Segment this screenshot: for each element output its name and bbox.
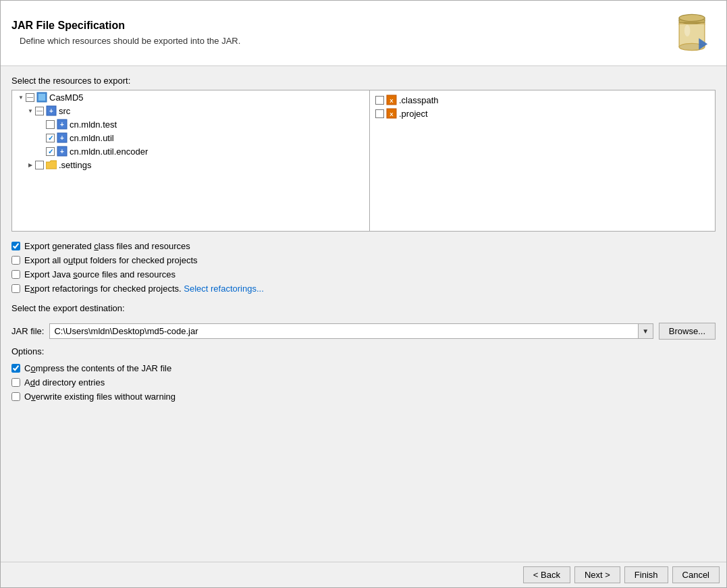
package-icon-util: + [57,132,68,143]
tree-item-cn-mldn-util[interactable]: + cn.mldn.util [12,131,369,144]
resources-section-label: Select the resources to export: [11,76,716,86]
select-refactorings-link[interactable]: Select refactorings... [184,284,264,294]
svg-point-6 [684,25,691,36]
dialog-content: Select the resources to export: [1,66,726,562]
tree-label-cn-mldn-util: cn.mldn.util [70,133,114,143]
tree-arrow-src[interactable] [26,106,35,115]
right-checkbox-project[interactable] [375,109,384,118]
svg-rect-9 [38,94,45,101]
next-button[interactable]: Next > [574,566,620,583]
options-section: Options: Compress the contents of the JA… [11,346,716,404]
tree-label-cn-mldn-util-encoder: cn.mldn.util.encoder [70,146,148,157]
tree-label-cn-mldn-test: cn.mldn.test [70,119,117,130]
compress-row[interactable]: Compress the contents of the JAR file [11,363,716,373]
browse-button[interactable]: Browse... [659,323,716,340]
compress-label: Compress the contents of the JAR file [24,363,171,373]
export-refactor-row[interactable]: Export refactorings for checked projects… [11,284,716,294]
export-refactor-checkbox[interactable] [11,284,20,293]
package-icon-src: + [46,105,57,116]
package-icon-encoder: + [57,146,68,157]
resource-panel: CasMD5 + src [11,90,716,232]
dialog-title: JAR File Specification [11,20,240,32]
right-panel: X .classpath X .project [370,90,715,231]
cancel-button[interactable]: Cancel [672,566,720,583]
tree-checkbox-cn-mldn-test[interactable] [46,120,55,129]
export-options: Export generated class files and resourc… [11,238,716,296]
svg-text:+: + [60,148,64,155]
export-output-row[interactable]: Export all output folders for checked pr… [11,255,716,265]
dialog-header: JAR File Specification Define which reso… [1,1,726,66]
finish-button[interactable]: Finish [624,566,668,583]
export-output-checkbox[interactable] [11,256,20,265]
export-java-checkbox[interactable] [11,270,20,279]
tree-arrow-settings[interactable] [26,160,35,169]
tree-checkbox-cn-mldn-util[interactable] [46,134,55,142]
destination-row: JAR file: ▼ Browse... [11,323,716,340]
tree-item-cn-mldn-util-encoder[interactable]: + cn.mldn.util.encoder [12,144,369,158]
tree-checkbox-casmd5[interactable] [26,93,34,102]
add-dir-checkbox[interactable] [11,378,20,387]
export-output-label: Export all output folders for checked pr… [24,255,198,265]
right-checkbox-classpath[interactable] [375,96,384,105]
right-item-classpath[interactable]: X .classpath [373,93,712,107]
tree-arrow-casmd5[interactable] [16,92,26,102]
tree-item-cn-mldn-test[interactable]: + cn.mldn.test [12,117,369,131]
tree-label-casmd5: CasMD5 [49,92,84,103]
jar-icon [668,9,716,56]
tree-checkbox-cn-mldn-util-encoder[interactable] [46,147,55,156]
jar-file-input-wrap: ▼ [49,323,653,339]
tree-panel: CasMD5 + src [12,90,370,231]
svg-text:X: X [389,98,394,104]
export-class-checkbox[interactable] [11,242,20,250]
destination-section: Select the export destination: JAR file:… [11,303,716,340]
export-class-row[interactable]: Export generated class files and resourc… [11,241,716,251]
export-java-row[interactable]: Export Java source files and resources [11,269,716,279]
svg-point-5 [679,14,705,21]
folder-icon-settings [46,159,57,170]
overwrite-row[interactable]: Overwrite existing files without warning [11,392,716,402]
right-item-project[interactable]: X .project [373,107,712,120]
export-java-label: Export Java source files and resources [24,269,176,279]
svg-text:X: X [389,111,394,117]
options-label: Options: [11,346,716,356]
package-icon-test: + [57,119,68,130]
svg-text:+: + [49,107,53,115]
tree-arrow-empty3 [36,146,46,156]
jar-file-input[interactable] [50,324,637,338]
export-class-label: Export generated class files and resourc… [24,241,190,251]
tree-arrow-empty [36,119,46,129]
overwrite-label: Overwrite existing files without warning [24,392,176,402]
svg-text:+: + [60,134,64,142]
add-dir-label: Add directory entries [24,377,105,387]
right-label-classpath: .classpath [399,95,439,105]
resources-section: Select the resources to export: [11,76,716,232]
tree-arrow-empty2 [36,133,46,142]
compress-checkbox[interactable] [11,364,20,373]
jar-file-specification-dialog: JAR File Specification Define which reso… [0,0,727,588]
tree-scroll[interactable]: CasMD5 + src [12,90,369,231]
tree-item-settings[interactable]: .settings [12,158,369,171]
tree-label-settings: .settings [59,160,91,170]
project-icon [36,92,47,103]
options-checkboxes: Compress the contents of the JAR file Ad… [11,360,716,404]
overwrite-checkbox[interactable] [11,392,20,401]
xml-icon-project: X [386,108,397,119]
tree-item-casmd5[interactable]: CasMD5 [12,90,369,104]
right-label-project: .project [399,109,428,119]
tree-checkbox-settings[interactable] [35,161,44,169]
xml-icon-classpath: X [386,95,397,105]
dialog-subtitle: Define which resources should be exporte… [20,36,240,46]
jar-file-dropdown-btn[interactable]: ▼ [638,324,653,338]
back-button[interactable]: < Back [523,566,570,583]
add-dir-row[interactable]: Add directory entries [11,377,716,387]
export-refactor-label: Export refactorings for checked projects… [24,284,264,294]
svg-text:+: + [60,121,64,128]
bottom-bar: < Back Next > Finish Cancel [1,562,726,587]
tree-item-src[interactable]: + src [12,104,369,117]
tree-checkbox-src[interactable] [35,107,44,115]
jar-file-label: JAR file: [11,326,44,336]
tree-label-src: src [59,106,70,116]
destination-section-label: Select the export destination: [11,303,716,313]
header-text: JAR File Specification Define which reso… [11,20,240,46]
